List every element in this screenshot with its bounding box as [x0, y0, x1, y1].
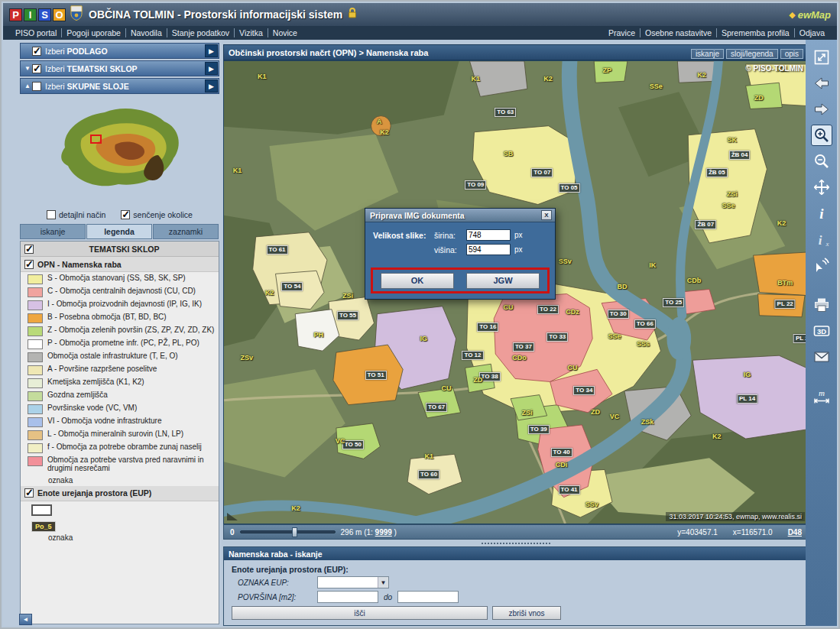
view-3d-icon[interactable]: 3D	[811, 320, 832, 342]
scale-value-link[interactable]: 9999	[375, 528, 392, 537]
dialog-titlebar[interactable]: Priprava IMG dokumenta X	[365, 209, 555, 222]
height-input[interactable]	[466, 244, 511, 255]
menu-item[interactable]: Stanje podatkov	[167, 28, 235, 37]
section-name: PODLAGO	[67, 47, 108, 56]
legend-group-label: OPN - Namenska raba	[37, 260, 122, 269]
width-input[interactable]	[466, 229, 511, 241]
identify-icon[interactable]: i	[811, 203, 832, 224]
tab-iskanje[interactable]: iskanje	[20, 224, 86, 239]
legend-item-label: Območja za potrebe varstva pred naravnim…	[47, 456, 216, 474]
legend-swatch	[28, 274, 43, 284]
legend-item: S - Območja stanovanj (SS, SB, SK, SP)	[21, 272, 219, 285]
overview-map[interactable]	[51, 102, 189, 201]
section-checkbox[interactable]	[32, 64, 41, 73]
panel-resize-handle[interactable]	[223, 540, 809, 546]
menu-item[interactable]: Osebne nastavitve	[641, 28, 717, 37]
zoom-full-extent-icon[interactable]	[811, 47, 832, 68]
legend-group-checkbox[interactable]	[24, 260, 34, 269]
search-panel-body: Enote urejanja prostora (EUP): OZNAKA EU…	[224, 560, 808, 625]
menu-item[interactable]: Novice	[268, 28, 302, 37]
legend-item-label: Območja ostale infrastrukture (T, E, O)	[47, 352, 178, 361]
scale-bar: 0 296 m (1: 9999 ) y=403457.1 x=116571.0…	[223, 524, 809, 540]
legend-swatch	[28, 430, 43, 440]
eup-label: TO 51	[365, 371, 387, 380]
menu-item[interactable]: Vizitka	[235, 28, 268, 37]
eup-group-row: Enote urejanja prostora (EUP)	[21, 486, 219, 501]
map-header-button-iskanje[interactable]: iskanje	[691, 49, 724, 59]
menubar-left: PISO portalPogoji uporabeNavodilaStanje …	[11, 28, 302, 37]
zoom-in-icon[interactable]	[811, 125, 832, 146]
pan-icon[interactable]	[811, 177, 832, 198]
legend-item: A - Površine razpršene poselitve	[21, 363, 219, 376]
height-unit-label: px	[514, 245, 523, 254]
option-checkbox[interactable]	[47, 210, 56, 219]
sidebar-section[interactable]: Izberi PODLAGO▶	[20, 43, 219, 59]
print-icon[interactable]	[811, 294, 832, 316]
section-expand-button[interactable]: ▶	[205, 44, 218, 57]
zone-code-label: CDo	[512, 354, 527, 362]
ewmap-brand[interactable]: ewMap	[798, 9, 831, 21]
map-header-button-opis[interactable]: opis	[780, 49, 803, 59]
legend-items-list: S - Območja stanovanj (SS, SB, SK, SP)C …	[21, 272, 219, 475]
ok-button[interactable]: OK	[381, 273, 454, 289]
section-checkbox[interactable]	[32, 47, 41, 56]
menu-item[interactable]: Navodila	[126, 28, 167, 37]
sidebar-tabs: iskanjelegendazaznamki	[20, 224, 219, 239]
eup-label: TO 39	[528, 425, 550, 434]
identify-all-icon[interactable]: ix	[811, 229, 832, 250]
oznaka-eup-select[interactable]: ▼	[317, 576, 389, 588]
select-arrow-icon: ▼	[378, 577, 388, 588]
menu-item[interactable]: PISO portal	[11, 28, 62, 37]
povrsina-to-input[interactable]	[397, 591, 459, 603]
zone-code-label: ZP	[602, 66, 611, 74]
tab-legenda[interactable]: legenda	[86, 224, 152, 239]
map-header-button-slojilegenda[interactable]: sloji/legenda	[726, 49, 778, 59]
eup-checkbox[interactable]	[24, 488, 34, 498]
sidebar-section[interactable]: ▼Izberi TEMATSKI SKLOP▶	[20, 60, 219, 76]
range-separator-label: do	[384, 593, 392, 601]
piso-logo[interactable]: PISO	[9, 8, 66, 21]
sidebar-scroll-left-button[interactable]: ◄	[19, 614, 32, 625]
zoom-out-icon[interactable]	[811, 151, 832, 172]
zoom-slider-handle[interactable]	[292, 527, 297, 537]
dialog-close-button[interactable]: X	[541, 210, 552, 220]
tab-zaznamki[interactable]: zaznamki	[153, 224, 219, 239]
section-expand-button[interactable]: ▶	[205, 79, 218, 92]
history-back-icon[interactable]	[811, 73, 832, 94]
section-collapse-arrow-icon[interactable]: ▼	[23, 65, 32, 72]
eup-label: ŽB 04	[729, 151, 751, 160]
search-button[interactable]: išči	[232, 606, 488, 620]
legend-header-checkbox[interactable]	[24, 245, 34, 254]
legend-item-label: B - Posebna območja (BT, BD, BC)	[47, 313, 167, 322]
layer-option[interactable]: detajlni način	[47, 210, 105, 219]
legend-item: Z - Območja zelenih površin (ZS, ZP, ZV,…	[21, 324, 219, 337]
jgw-button[interactable]: JGW	[466, 273, 540, 289]
menubar: PISO portalPogoji uporabeNavodilaStanje …	[3, 26, 837, 40]
zoom-slider[interactable]	[240, 530, 336, 533]
povrsina-from-input[interactable]	[317, 591, 378, 603]
history-forward-icon[interactable]	[811, 99, 832, 120]
legend-item-label: Kmetijska zemljišča (K1, K2)	[47, 378, 144, 387]
section-checkbox[interactable]	[32, 82, 41, 91]
menu-item[interactable]: Pogoji uporabe	[62, 28, 126, 37]
zone-code-label: ZSi	[342, 292, 353, 300]
option-checkbox[interactable]	[121, 210, 130, 219]
sidebar-section[interactable]: ▲Izberi SKUPNE SLOJE▶	[20, 78, 219, 94]
clear-button[interactable]: zbriši vnos	[492, 606, 561, 620]
legend-header-row: TEMATSKI SKLOP	[21, 242, 219, 257]
section-collapse-arrow-icon[interactable]: ▲	[23, 83, 32, 89]
section-expand-button[interactable]: ▶	[205, 62, 218, 75]
measure-icon[interactable]: m	[811, 386, 832, 407]
map-viewport[interactable]: TO 63TO 09TO 07TO 05ŽB 04ŽB 05ŽB 07TO 61…	[223, 60, 809, 524]
send-mail-icon[interactable]	[811, 346, 832, 368]
menu-item[interactable]: Sprememba profila	[717, 28, 795, 37]
menu-item[interactable]: Pravice	[604, 28, 641, 37]
overview-map-wrap	[20, 96, 219, 207]
legend-item: Površinske vode (VC, VM)	[21, 402, 219, 415]
datum-link[interactable]: D48	[788, 528, 802, 537]
povrsina-label: POVRŠINA [m2]:	[232, 593, 317, 601]
layer-option[interactable]: senčenje okolice	[121, 210, 193, 219]
hyperlink-signal-icon[interactable]	[811, 255, 832, 276]
menu-item[interactable]: Odjava	[795, 28, 829, 37]
eup-label: PL 14	[737, 394, 757, 404]
